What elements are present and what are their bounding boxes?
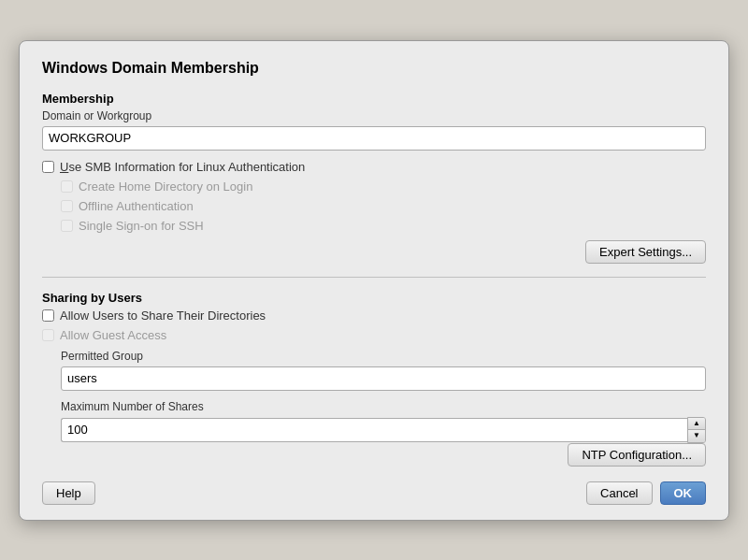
- expert-button-row: Expert Settings...: [42, 240, 706, 264]
- create-home-checkbox-row: Create Home Directory on Login: [61, 179, 706, 194]
- ntp-button-row: NTP Configuration...: [42, 443, 706, 467]
- windows-domain-dialog: Windows Domain Membership Membership Dom…: [19, 40, 729, 521]
- domain-input[interactable]: [42, 126, 706, 151]
- sharing-section-label: Sharing by Users: [42, 291, 706, 305]
- domain-label: Domain or Workgroup: [42, 109, 706, 122]
- single-sign-checkbox[interactable]: [61, 220, 73, 232]
- dialog-title: Windows Domain Membership: [42, 60, 706, 77]
- max-shares-spinner-row: ▲ ▼: [61, 417, 706, 443]
- ntp-configuration-button[interactable]: NTP Configuration...: [568, 443, 706, 467]
- smb-checkbox-row: Use SMB Information for Linux Authentica…: [42, 160, 706, 174]
- expert-settings-button[interactable]: Expert Settings...: [585, 240, 706, 264]
- offline-auth-checkbox[interactable]: [61, 200, 73, 212]
- bottom-buttons: Help Cancel OK: [42, 481, 706, 505]
- permitted-group-input[interactable]: [61, 366, 706, 391]
- allow-share-label: Allow Users to Share Their Directories: [60, 309, 266, 323]
- max-shares-label: Maximum Number of Shares: [61, 400, 706, 413]
- bottom-right-buttons: Cancel OK: [586, 481, 706, 505]
- sharing-section: Sharing by Users Allow Users to Share Th…: [42, 291, 706, 443]
- offline-auth-checkbox-row: Offline Authentication: [61, 199, 706, 213]
- cancel-button[interactable]: Cancel: [586, 481, 652, 505]
- offline-auth-label: Offline Authentication: [79, 199, 194, 213]
- allow-share-checkbox[interactable]: [42, 309, 54, 322]
- single-sign-checkbox-row: Single Sign-on for SSH: [61, 219, 706, 233]
- single-sign-label: Single Sign-on for SSH: [79, 219, 204, 233]
- allow-guest-checkbox-row: Allow Guest Access: [42, 328, 706, 342]
- smb-label: Use SMB Information for Linux Authentica…: [60, 160, 305, 174]
- create-home-checkbox[interactable]: [61, 180, 73, 193]
- help-button[interactable]: Help: [42, 481, 95, 505]
- section-divider: [42, 277, 706, 278]
- allow-guest-label: Allow Guest Access: [60, 328, 166, 342]
- ok-button[interactable]: OK: [660, 481, 707, 505]
- max-shares-input[interactable]: [61, 418, 687, 442]
- allow-share-checkbox-row: Allow Users to Share Their Directories: [42, 309, 706, 323]
- allow-guest-checkbox[interactable]: [42, 329, 54, 341]
- membership-section-label: Membership: [42, 92, 706, 106]
- spinner-buttons: ▲ ▼: [687, 417, 706, 443]
- spinner-down-button[interactable]: ▼: [688, 430, 705, 442]
- permitted-group-label: Permitted Group: [61, 350, 706, 363]
- create-home-label: Create Home Directory on Login: [79, 179, 252, 194]
- spinner-up-button[interactable]: ▲: [688, 418, 705, 430]
- smb-checkbox[interactable]: [42, 161, 54, 173]
